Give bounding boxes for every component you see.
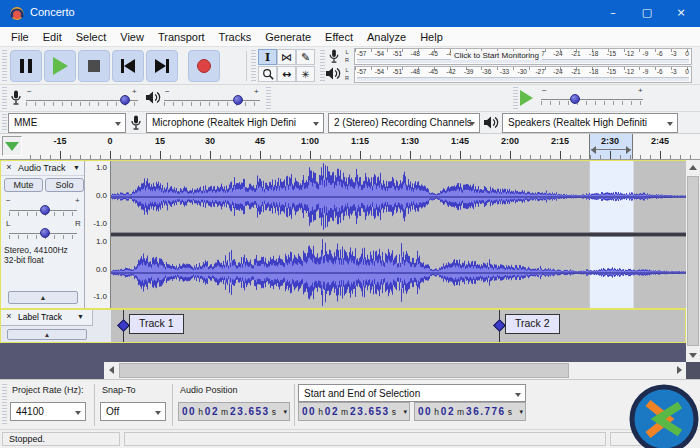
play-at-speed-button[interactable] [520,90,533,106]
track-menu-icon[interactable]: ▼ [77,313,84,320]
label-track-title[interactable]: Label Track [18,312,62,322]
timeline-label: 2:30 [601,136,619,146]
horizontal-scrollbar[interactable] [104,362,686,379]
toolbar-grip[interactable] [2,384,7,426]
skip-to-end-button[interactable] [146,50,178,82]
recording-device-select[interactable]: Microphone (Realtek High Defini [146,113,324,133]
recording-volume-slider[interactable] [26,92,138,108]
scroll-left-button[interactable] [104,363,118,377]
mute-button[interactable]: Mute [4,178,43,192]
time-shift-tool-button[interactable]: ↔ [277,66,296,82]
project-rate-value: 44100 [16,406,44,417]
close-button[interactable]: × [664,0,698,27]
solo-button[interactable]: Solo [45,178,84,192]
playback-meter[interactable]: -57-54-51-48-45-42-39-36-33-30-27-24-21-… [354,66,692,83]
menu-item[interactable]: Analyze [360,27,413,47]
audio-host-select[interactable]: MME [8,113,126,133]
track-title[interactable]: Audio Track [18,163,66,173]
label-track-canvas[interactable]: Track 1 Track 2 [111,310,685,342]
arrow-down-icon [689,353,697,358]
menu-item[interactable]: Edit [36,27,69,47]
chevron-down-icon [155,411,161,415]
audio-position-field[interactable]: 00h02m23.653s▾ [178,402,290,421]
waveform-canvas[interactable] [111,161,687,308]
skip-end-icon [155,59,169,73]
waveform-area[interactable] [111,161,687,308]
maximize-button[interactable]: ▢ [630,0,664,27]
recording-channels-select[interactable]: 2 (Stereo) Recording Channels [328,113,480,133]
horizontal-scroll-thumb[interactable] [119,363,569,378]
playback-device-select[interactable]: Speakers (Realtek High Definiti [502,113,678,133]
meter-scale-number: -51 [393,50,402,57]
collapse-track-button[interactable]: ▲ [7,329,87,340]
arrow-right-icon [677,366,682,374]
menu-item[interactable]: File [4,27,36,47]
multi-tool-button[interactable]: ✳ [296,66,315,82]
selection-tool-button[interactable]: I [258,49,277,65]
record-button[interactable] [188,50,220,82]
chevron-down-icon [115,122,121,126]
toolbar-row-2: − + − + ✂ [0,85,700,112]
stop-button[interactable] [78,50,110,82]
timeline-ruler[interactable]: -1501530451:001:151:301:452:002:152:302:… [24,134,692,159]
menu-item[interactable]: View [113,27,151,47]
play-speed-slider[interactable] [541,91,643,107]
selection-end-field[interactable]: 00h02m36.776s▾ [414,402,526,421]
snap-to-select[interactable]: Off [100,402,166,421]
vscale-label: 1.0 [96,163,107,172]
vertical-scrollbar[interactable] [686,160,700,362]
menu-item[interactable]: Select [69,27,114,47]
close-track-button[interactable]: × [3,162,15,174]
caret-down-icon[interactable]: ▾ [519,408,523,416]
close-track-button[interactable]: × [3,311,15,323]
meter-scale-number: -39 [464,68,473,75]
zoom-tool-button[interactable] [258,66,277,82]
toolbar-separator [246,51,247,81]
time-digits: 23.653 [350,406,390,417]
pause-button[interactable] [10,50,42,82]
draw-tool-button[interactable]: ✎ [296,49,315,65]
scroll-up-button[interactable] [686,160,700,174]
record-meter-mic-icon [328,49,340,64]
pan-slider[interactable] [9,225,77,241]
project-rate-select[interactable]: 44100 [10,402,86,421]
track-menu-icon[interactable]: ▼ [73,164,80,171]
label-text-box[interactable]: Track 1 [129,314,184,334]
slider-thumb[interactable] [570,94,580,104]
monitoring-overlay[interactable]: Click to Start Monitoring [451,51,542,60]
menu-item[interactable]: Tracks [212,27,259,47]
vertical-scale-ruler[interactable]: 1.0 0.0 -1.0 1.0 0.0 -1.0 [85,161,111,308]
menu-item[interactable]: Effect [318,27,360,47]
scroll-down-button[interactable] [686,348,700,362]
timeline-options-button[interactable] [2,136,22,156]
caret-down-icon[interactable]: ▾ [283,408,287,416]
vertical-scroll-thumb[interactable] [687,176,699,346]
label-handle-icon[interactable] [493,319,506,332]
menu-item[interactable]: Help [413,27,450,47]
audacity-window: Concerto – ▢ × FileEditSelectViewTranspo… [0,0,700,448]
caret-down-icon[interactable]: ▾ [403,408,407,416]
play-button[interactable] [44,50,76,82]
playback-volume-slider[interactable] [164,92,260,108]
toolbar-grip[interactable] [513,87,518,109]
label-handle-icon[interactable] [117,319,130,332]
toolbar-grip[interactable] [251,50,256,82]
minimize-button[interactable]: – [596,0,630,27]
toolbar-grip[interactable] [2,114,7,132]
selection-mode-select[interactable]: Start and End of Selection [298,384,526,402]
envelope-tool-button[interactable]: ⋈ [277,49,296,65]
label-text-box[interactable]: Track 2 [505,314,560,334]
recording-meter[interactable]: -57-54-51-48-45-42-39-36-33-30-27-24-21-… [354,48,692,65]
menu-item[interactable]: Transport [151,27,212,47]
scroll-right-button[interactable] [672,363,686,377]
skip-to-start-button[interactable] [112,50,144,82]
time-digits: 00 [418,406,432,417]
toolbar-grip[interactable] [266,87,271,109]
selection-start-field[interactable]: 00h02m23.653s▾ [298,402,410,421]
gain-slider[interactable] [9,202,77,218]
toolbar-grip[interactable] [2,50,7,82]
menu-item[interactable]: Generate [258,27,318,47]
collapse-track-button[interactable]: ▲ [8,291,78,304]
toolbar-grip[interactable] [2,87,7,109]
toolbar-grip[interactable] [320,50,325,82]
